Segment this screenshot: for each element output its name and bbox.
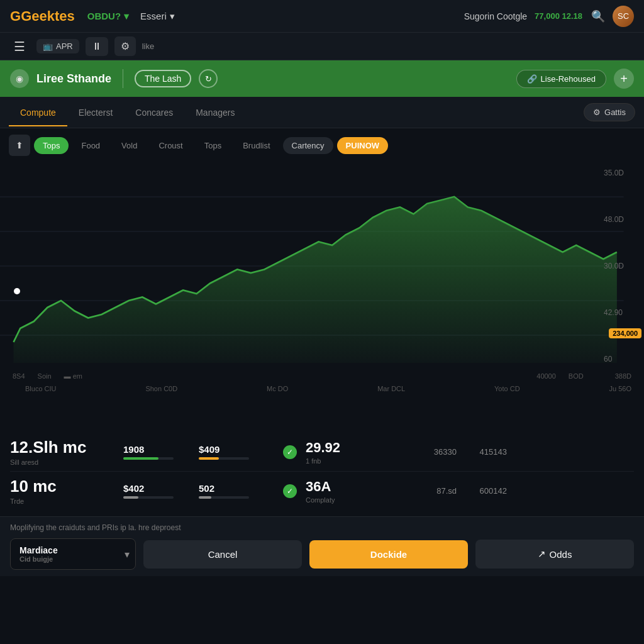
col-val1-1: 1908 — [123, 444, 199, 460]
filter-cartency[interactable]: Cartency — [283, 137, 333, 154]
big-value-2: 10 mc — [10, 477, 123, 496]
filter-row: ⬆ Tops Food Vold Croust Tops Brudlist Ca… — [0, 128, 644, 162]
x-label-3: Mc DO — [267, 385, 288, 392]
col-right2-1: 415143 — [457, 447, 507, 457]
right-val-3: 87.sd — [406, 486, 457, 496]
select-box[interactable]: Mardiace Cid buigje — [10, 538, 136, 570]
price-val-4: 502 — [199, 483, 274, 494]
hamburger-button[interactable]: ☰ — [9, 36, 30, 57]
chevron-down-icon-2: ▾ — [170, 11, 175, 22]
link-icon: 🔗 — [527, 74, 537, 84]
right-val-1: 36330 — [406, 447, 457, 457]
filter-food[interactable]: Food — [72, 137, 109, 154]
right-val-2: 415143 — [457, 447, 507, 457]
add-button[interactable]: + — [614, 69, 634, 89]
med-value-1: 29.92 — [306, 440, 406, 456]
lise-rehoused-button[interactable]: 🔗 Lise-Rehoused — [516, 70, 606, 88]
odds-icon: ↗ — [538, 548, 546, 560]
x-label-1: Bluco CIU — [25, 385, 57, 392]
col-val2-2: 502 — [199, 483, 274, 499]
gear-icon: ⚙ — [593, 108, 601, 117]
x-axis-labels: Bluco CIU Shon C0D Mc DO Mar DCL Yoto CD… — [0, 382, 644, 395]
chart-container: 35.0D 48.0D 30.0D 42.90 60 234,000 8S4 S… — [0, 162, 644, 426]
right-val-4: 600142 — [457, 486, 507, 496]
chart-info-left: 8S4 — [13, 372, 25, 380]
nav-counter: 77,000 12.18 — [535, 11, 582, 21]
chart-info-388d: 388D — [615, 372, 631, 380]
tab-electerst[interactable]: Electerst — [67, 99, 124, 126]
progress-fill-4 — [199, 496, 211, 499]
col-big-val-2: 10 mc Trde — [10, 477, 123, 505]
progress-1 — [123, 457, 174, 460]
check-icon-2: ✓ — [283, 484, 297, 498]
tab-managers[interactable]: Managers — [184, 99, 246, 126]
med-value-2: 36A — [306, 479, 406, 495]
data-section: 12.Slh mc Sill aresd 1908 $409 ✓ 29.92 1… — [0, 426, 644, 516]
green-band: ◉ Liree Sthande The Lash ↻ 🔗 Lise-Rehous… — [0, 60, 644, 97]
cancel-button[interactable]: Cancel — [143, 540, 302, 569]
progress-fill-2 — [199, 457, 219, 460]
bottom-info-text: Moplifying the craiduts and PRIs ip la. … — [10, 523, 634, 532]
price-val-3: $402 — [123, 483, 199, 494]
tv-icon: 📺 — [43, 42, 53, 51]
filter-puinow[interactable]: PUINOW — [337, 137, 388, 154]
progress-fill-1 — [123, 457, 158, 460]
col-val2-1: $409 — [199, 444, 274, 460]
top-nav: GGeektes OBDU? ▾ Esseri ▾ Sugorin Cootgl… — [0, 0, 644, 33]
col-check-2: ✓ — [274, 484, 306, 498]
filter-icon-button[interactable]: ⬆ — [9, 135, 30, 156]
search-icon[interactable]: 🔍 — [591, 9, 605, 23]
progress-2 — [199, 457, 249, 460]
pause-button[interactable]: ⏸ — [86, 37, 108, 56]
the-lash-pill[interactable]: The Lash — [135, 70, 191, 87]
user-label: Sugorin Cootgle — [464, 11, 527, 21]
tab-compute[interactable]: Compute — [9, 99, 67, 126]
bottom-panel: Moplifying the craiduts and PRIs ip la. … — [0, 516, 644, 576]
price-val-1: 1908 — [123, 444, 199, 455]
select-wrapper: Mardiace Cid buigje ▾ — [10, 538, 136, 570]
progress-fill-3 — [123, 496, 138, 499]
chevron-down-icon: ▾ — [124, 11, 129, 22]
logo-accent: G — [10, 8, 21, 24]
big-value-1: 12.Slh mc — [10, 438, 123, 457]
refresh-icon-btn[interactable]: ↻ — [199, 69, 218, 88]
chart-svg: 35.0D 48.0D 30.0D 42.90 60 234,000 — [0, 162, 644, 370]
col-big-val-1: 12.Slh mc Sill aresd — [10, 438, 123, 466]
col-med-val-2: 36A Complaty — [306, 479, 406, 504]
x-label-2: Shon C0D — [145, 385, 177, 392]
second-nav: ☰ 📺 APR ⏸ ⚙ like — [0, 33, 644, 60]
x-label-5: Yoto CD — [494, 385, 520, 392]
small-label-1: Sill aresd — [10, 458, 123, 466]
chart-bottom-info: 8S4 Soin ▬ em 40000 BOD 388D — [0, 370, 644, 382]
nav-dropdown-2[interactable]: Esseri ▾ — [140, 11, 175, 22]
settings-button[interactable]: ⚙ — [114, 36, 136, 56]
odds-button[interactable]: ↗ Odds — [475, 540, 634, 569]
filter-brudlist[interactable]: Brudlist — [234, 137, 279, 154]
check-icon-1: ✓ — [283, 445, 297, 459]
stream-icon: ◉ — [10, 69, 29, 88]
col-right1-1: 36330 — [406, 447, 457, 457]
small-label-med-1: 1 fnb — [306, 457, 406, 465]
col-right2-2: 600142 — [457, 486, 507, 496]
small-label-med-2: Complaty — [306, 496, 406, 504]
data-row-1: 12.Slh mc Sill aresd 1908 $409 ✓ 29.92 1… — [10, 433, 634, 472]
stream-title: Liree Sthande — [36, 72, 111, 86]
col-right1-2: 87.sd — [406, 486, 457, 496]
nav-dropdown-1[interactable]: OBDU? ▾ — [87, 11, 129, 22]
progress-3 — [123, 496, 174, 499]
small-label-2: Trde — [10, 497, 123, 505]
filter-tops-2[interactable]: Tops — [196, 137, 230, 154]
progress-4 — [199, 496, 249, 499]
chart-info-bod: BOD — [569, 372, 584, 380]
dockide-button[interactable]: Dockide — [309, 540, 468, 569]
gattis-button[interactable]: ⚙ Gattis — [584, 103, 635, 121]
filter-croust[interactable]: Croust — [150, 137, 191, 154]
search-text: like — [142, 42, 155, 51]
col-val1-2: $402 — [123, 483, 199, 499]
filter-tops-1[interactable]: Tops — [34, 137, 69, 154]
apr-pill: 📺 APR — [36, 39, 79, 53]
chart-info-40000: 40000 — [536, 372, 556, 380]
avatar[interactable]: SC — [613, 6, 634, 27]
filter-vold[interactable]: Vold — [113, 137, 146, 154]
tab-concares[interactable]: Concares — [124, 99, 184, 126]
